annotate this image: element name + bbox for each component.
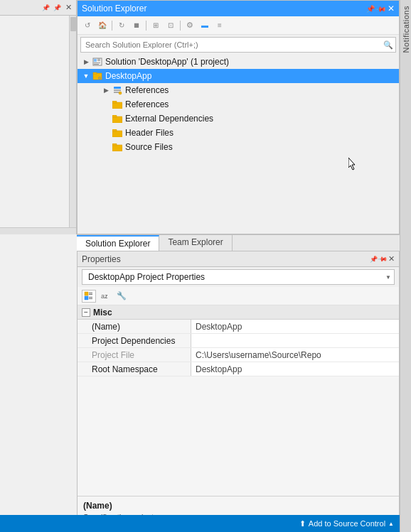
props-close-icon[interactable]: ✕: [388, 254, 395, 264]
solution-explorer-titlebar: Solution Explorer 📌 📌 ✕: [78, 1, 399, 16]
props-pin-icon[interactable]: 📌: [370, 256, 378, 263]
svg-rect-23: [89, 293, 92, 293]
properties-toolbar: az ↕ 🔧: [78, 287, 399, 305]
prop-row-file[interactable]: Project File C:\Users\username\Source\Re…: [78, 348, 399, 362]
svg-rect-15: [112, 101, 117, 103]
filter-button[interactable]: ⊞: [149, 19, 163, 32]
tab-team-explorer[interactable]: Team Explorer: [159, 235, 232, 251]
svg-rect-22: [85, 292, 88, 295]
svg-point-9: [99, 77, 100, 79]
svg-rect-3: [97, 60, 100, 61]
prop-value-deps: [191, 334, 399, 347]
svg-rect-27: [89, 298, 92, 299]
resource-files-label: Header Files: [125, 128, 174, 138]
solution-expand-arrow: ▶: [80, 56, 92, 67]
svg-rect-18: [112, 131, 122, 137]
pin2-icon[interactable]: 📌: [375, 3, 387, 14]
svg-rect-1: [94, 59, 97, 62]
svg-rect-11: [114, 89, 121, 91]
project-icon: [92, 70, 103, 82]
tree-view: ▶ Solution 'DesktopApp' (1 pro: [78, 55, 399, 234]
notifications-label: Notifications: [402, 6, 410, 53]
side-panel-close-btn[interactable]: ✕: [63, 3, 73, 13]
settings-button[interactable]: ⚙: [183, 19, 197, 32]
references-icon: [112, 85, 123, 96]
tree-item-project[interactable]: ▼ DesktopApp: [78, 69, 399, 83]
view2-button[interactable]: ≡: [213, 19, 227, 32]
side-panel-pin-btn[interactable]: 📌: [41, 3, 50, 13]
tree-item-external-deps[interactable]: References: [78, 97, 399, 112]
search-input[interactable]: [80, 37, 396, 53]
prop-name-file: Project File: [78, 348, 191, 362]
svg-rect-20: [112, 145, 122, 151]
svg-rect-19: [112, 129, 117, 131]
notifications-bar: Notifications: [400, 0, 411, 532]
back-button[interactable]: ↺: [80, 19, 95, 32]
solution-icon: [92, 56, 103, 67]
tree-item-source-files[interactable]: Source Files: [78, 140, 399, 154]
status-chevron-icon: ▲: [388, 521, 394, 527]
stop-button[interactable]: ⏹: [129, 19, 144, 32]
forward-button[interactable]: 🏠: [95, 19, 110, 32]
side-panel-hscrollbar[interactable]: [0, 227, 76, 234]
properties-titlebar: Properties 📌 📌 ✕: [78, 251, 399, 267]
svg-rect-2: [97, 59, 100, 60]
target-text: DesktopApp Project Properties: [88, 272, 205, 282]
filter2-button[interactable]: ⊡: [164, 19, 178, 32]
side-panel: 📌 📌 ✕: [0, 0, 77, 234]
props-pin2-icon[interactable]: 📌: [378, 254, 388, 264]
tree-item-references[interactable]: ▶ References: [78, 83, 399, 97]
view-button[interactable]: ▬: [198, 19, 212, 32]
refresh-button[interactable]: ↻: [114, 19, 129, 32]
prop-row-namespace[interactable]: Root Namespace DesktopApp: [78, 362, 399, 376]
solution-explorer-title: Solution Explorer: [82, 4, 146, 13]
source-files-label: Source Files: [125, 142, 173, 152]
prop-value-file: C:\Users\username\Source\Repo: [191, 348, 399, 362]
prop-value-name: DesktopApp: [191, 320, 399, 333]
source-files-icon: [112, 141, 123, 153]
close-icon[interactable]: ✕: [388, 4, 395, 13]
categorized-btn[interactable]: [82, 290, 96, 303]
alphabetical-btn[interactable]: az ↕: [98, 290, 112, 303]
ext-deps-icon: [112, 99, 123, 110]
svg-rect-26: [89, 297, 92, 298]
misc-label: Misc: [93, 308, 112, 317]
svg-rect-5: [94, 64, 99, 65]
side-panel-pin2-btn[interactable]: 📌: [52, 3, 62, 13]
source-control-icon: ⬆: [299, 519, 306, 528]
target-selector[interactable]: DesktopApp Project Properties ▼: [82, 269, 395, 285]
prop-row-name[interactable]: (Name) DesktopApp: [78, 320, 399, 334]
svg-rect-7: [93, 72, 97, 74]
search-container: 🔍: [80, 37, 396, 53]
tree-item-header-files[interactable]: External Dependencies: [78, 112, 399, 126]
svg-rect-21: [112, 143, 117, 146]
references-label: References: [125, 85, 169, 95]
tab-solution-explorer[interactable]: Solution Explorer: [77, 235, 159, 251]
desc-title: (Name): [83, 501, 393, 511]
svg-rect-25: [85, 296, 88, 300]
dropdown-chevron-icon: ▼: [385, 274, 391, 281]
resource-files-icon: [112, 127, 123, 139]
prop-name-deps: Project Dependencies: [78, 334, 191, 347]
properties-title: Properties: [82, 254, 121, 264]
references-expand-arrow: ▶: [100, 85, 112, 96]
solution-explorer-panel: Solution Explorer 📌 📌 ✕ ↺ 🏠 ↻ ⏹ ⊞: [77, 0, 400, 234]
side-panel-scrollbar[interactable]: [69, 16, 76, 227]
prop-row-deps[interactable]: Project Dependencies: [78, 334, 399, 348]
prop-name-namespace: Root Namespace: [78, 362, 191, 376]
properties-panel: Properties 📌 📌 ✕ DesktopApp Project Prop…: [77, 251, 400, 532]
svg-point-13: [119, 92, 122, 94]
property-pages-btn[interactable]: 🔧: [114, 290, 129, 303]
misc-category-header[interactable]: − Misc: [78, 305, 399, 320]
svg-rect-17: [112, 115, 117, 117]
svg-rect-10: [114, 87, 121, 89]
properties-grid: − Misc (Name) DesktopApp Project Depende…: [78, 305, 399, 496]
side-panel-titlebar: 📌 📌 ✕: [0, 0, 76, 16]
svg-text:↕: ↕: [105, 294, 108, 299]
tree-item-solution[interactable]: ▶ Solution 'DesktopApp' (1 pro: [78, 55, 399, 69]
pin-icon[interactable]: 📌: [366, 5, 375, 13]
svg-rect-14: [112, 102, 122, 109]
tree-item-resource-files[interactable]: Header Files: [78, 126, 399, 140]
svg-rect-24: [89, 294, 92, 295]
add-to-source-control[interactable]: ⬆ Add to Source Control ▲: [299, 519, 394, 528]
